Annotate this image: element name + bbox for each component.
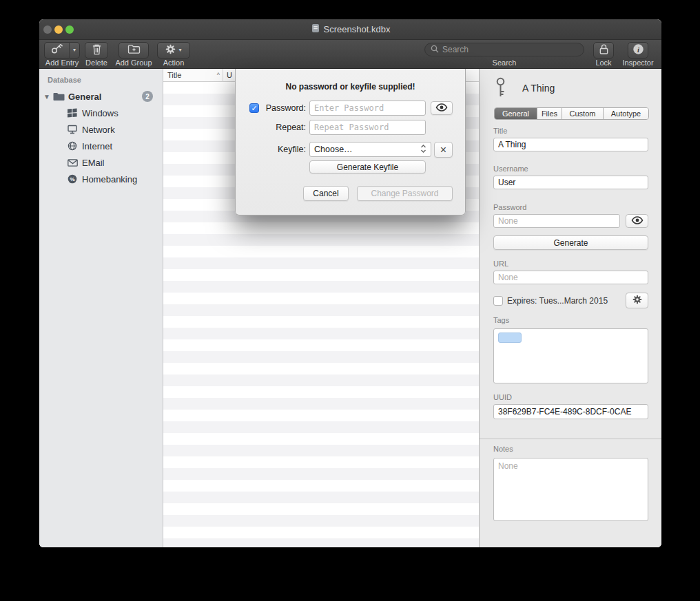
inspector-label: Inspector <box>622 59 653 67</box>
repeat-input[interactable] <box>309 120 426 135</box>
zoom-button[interactable] <box>65 25 74 34</box>
folder-plus-icon <box>127 44 141 57</box>
chevron-down-icon: ▾ <box>178 48 181 53</box>
clear-keyfile-button[interactable]: × <box>434 142 453 158</box>
add-entry-button[interactable] <box>44 42 69 59</box>
gear-icon <box>165 44 176 57</box>
url-field-label: URL <box>493 260 508 268</box>
notes-textarea[interactable] <box>493 458 648 521</box>
key-icon <box>495 77 506 101</box>
title-bar: Screenshot.kdbx <box>39 19 661 40</box>
column-header-username[interactable]: U <box>223 71 232 79</box>
lock-button[interactable] <box>593 42 614 59</box>
username-input[interactable] <box>493 176 648 189</box>
minimize-button[interactable] <box>54 25 63 34</box>
generate-keyfile-button[interactable]: Generate Keyfile <box>309 160 426 173</box>
sidebar-item-label: Windows <box>82 108 119 118</box>
add-group-button[interactable] <box>119 42 149 59</box>
sidebar-item-network[interactable]: Network <box>39 121 163 138</box>
column-header-title[interactable]: Title ^ <box>163 71 223 79</box>
uuid-label: UUID <box>493 393 512 401</box>
eye-icon <box>631 215 644 227</box>
title-field-label: Title <box>493 127 507 135</box>
notes-label: Notes <box>493 445 513 453</box>
document-icon <box>311 23 320 35</box>
expires-label: Expires: Tues...March 2015 <box>507 296 608 306</box>
close-button[interactable] <box>43 25 52 34</box>
disclosure-triangle-icon[interactable]: ▼ <box>42 93 52 101</box>
password-field-label: Password <box>493 203 526 211</box>
password-label: Password: <box>249 103 306 113</box>
eye-icon <box>435 103 448 114</box>
coin-icon: % <box>65 174 79 184</box>
sidebar-item-label: General <box>68 92 101 102</box>
inspector-divider <box>480 439 661 439</box>
sidebar-header: Database <box>48 76 81 84</box>
app-window: Screenshot.kdbx ▾ Add Entry Delete Add G… <box>39 19 661 547</box>
reveal-password-button[interactable] <box>431 101 453 115</box>
action-button[interactable]: ▾ <box>157 42 190 59</box>
search-label: Search <box>493 59 517 67</box>
sheet-message: No password or keyfile supplied! <box>236 82 465 92</box>
envelope-icon <box>65 159 79 167</box>
toolbar: ▾ Add Entry Delete Add Group ▾ Action <box>39 40 661 69</box>
change-password-button[interactable]: Change Password <box>357 186 453 201</box>
generate-password-button[interactable]: Generate <box>493 235 648 250</box>
repeat-label: Repeat: <box>249 123 306 132</box>
title-input[interactable] <box>493 138 648 151</box>
username-field-label: Username <box>493 165 528 173</box>
tab-files[interactable]: Files <box>537 108 562 119</box>
close-x-icon: × <box>440 144 446 156</box>
cancel-button[interactable]: Cancel <box>303 186 349 201</box>
password-input[interactable] <box>309 101 426 116</box>
info-icon: i <box>632 43 644 58</box>
tab-custom[interactable]: Custom <box>562 108 604 119</box>
key-plus-icon <box>50 43 64 57</box>
sidebar-item-label: Network <box>82 125 115 135</box>
sidebar-item-windows[interactable]: Windows <box>39 105 163 121</box>
entry-title: A Thing <box>522 83 555 94</box>
add-entry-label: Add Entry <box>45 59 79 67</box>
window-title: Screenshot.kdbx <box>311 23 391 35</box>
sidebar-item-email[interactable]: EMail <box>39 154 163 171</box>
folder-icon <box>52 92 65 101</box>
entry-count-badge: 2 <box>142 91 153 102</box>
svg-text:%: % <box>70 176 74 182</box>
chevron-down-icon: ▾ <box>73 48 76 53</box>
inspector-panel: A Thing General Files Custom Autotype Ti… <box>479 69 661 547</box>
sidebar-item-label: Homebanking <box>82 174 137 184</box>
change-password-sheet: No password or keyfile supplied! ✓ Passw… <box>235 69 466 215</box>
delete-button[interactable] <box>85 42 108 59</box>
tab-general[interactable]: General <box>495 108 537 119</box>
gear-icon <box>632 295 642 307</box>
tab-autotype[interactable]: Autotype <box>604 108 648 119</box>
trash-icon <box>92 43 102 58</box>
sort-ascending-icon: ^ <box>217 72 223 78</box>
tags-label: Tags <box>493 316 509 324</box>
inspector-password-input[interactable] <box>493 214 620 228</box>
stepper-icon <box>420 144 426 156</box>
sidebar-item-homebanking[interactable]: % Homebanking <box>39 171 163 187</box>
inspector-reveal-password-button[interactable] <box>626 214 648 228</box>
keyfile-dropdown[interactable]: Choose… <box>309 142 431 157</box>
sidebar-item-label: Internet <box>82 141 112 151</box>
tag-chip[interactable] <box>498 333 522 343</box>
delete-label: Delete <box>85 59 107 67</box>
tags-box[interactable] <box>493 328 648 383</box>
sidebar-item-internet[interactable]: Internet <box>39 138 163 154</box>
inspector-button[interactable]: i <box>628 42 648 59</box>
search-input[interactable] <box>442 45 578 54</box>
add-group-label: Add Group <box>115 59 152 67</box>
lock-icon <box>599 43 609 58</box>
sidebar-item-general[interactable]: ▼ General 2 <box>39 88 163 105</box>
expires-settings-button[interactable] <box>626 293 648 308</box>
url-input[interactable] <box>493 271 648 284</box>
globe-icon <box>65 141 79 151</box>
add-entry-menu-button[interactable]: ▾ <box>69 42 80 59</box>
action-label: Action <box>163 59 185 67</box>
expires-checkbox[interactable] <box>493 296 503 306</box>
search-icon <box>431 43 439 56</box>
uuid-field[interactable] <box>493 404 648 419</box>
content-area: Database ▼ General 2 Windows Networ <box>39 69 661 547</box>
search-field[interactable] <box>424 43 584 56</box>
